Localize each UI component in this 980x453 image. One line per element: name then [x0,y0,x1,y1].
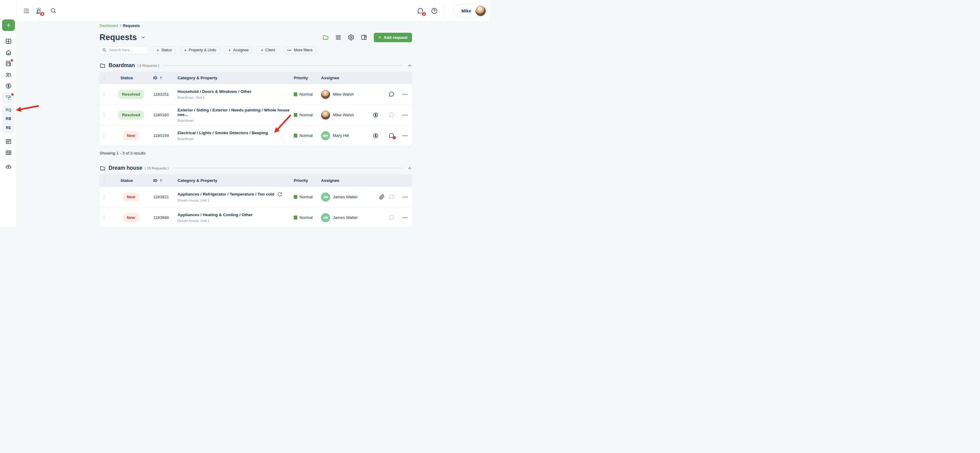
user-name: Mike [461,8,471,13]
money-icon[interactable] [366,112,385,118]
breadcrumb-dashboard-link[interactable]: Dashboard [100,24,118,28]
header-id-sort[interactable]: ID [149,76,178,80]
status-badge: New [123,193,139,202]
assignee-avatar[interactable]: JW [321,213,330,222]
messages-icon[interactable]: 2 [417,7,424,14]
group-view-folder-icon[interactable] [322,34,329,41]
table-row[interactable]: Resolved 1180160 Exterior / Siding / Ext… [100,104,412,125]
request-title[interactable]: Electrical / Lights / Smoke Detectors / … [178,131,268,135]
assignee-avatar[interactable] [321,90,330,99]
group-name[interactable]: Boardman [109,62,135,69]
alerts-badge: 4 [40,11,45,16]
priority-square [294,92,298,96]
unread-comment-dot [393,136,396,139]
payments-icon[interactable] [5,83,12,89]
sidebar-item-rb[interactable]: RB [0,116,17,121]
help-icon[interactable] [431,7,438,14]
money-icon[interactable] [366,133,385,139]
list-view-icon[interactable] [335,34,342,41]
page-title: Requests [100,33,137,42]
table-row[interactable]: New 1180159 Electrical / Lights / Smoke … [100,125,412,146]
home-icon[interactable] [5,49,12,56]
alerts-siren-icon[interactable]: 4 [35,7,42,14]
hamburger-menu-icon[interactable] [23,8,30,14]
request-property: Dream house, Unit 1 [178,199,294,202]
row-more-actions[interactable] [398,133,412,139]
sidebar-item-re[interactable]: RE [0,126,17,130]
search-icon[interactable] [50,8,57,14]
title-chevron-down-icon[interactable] [140,35,146,40]
row-more-actions[interactable] [398,112,412,118]
header-category: Category & Property [178,178,294,183]
table-row[interactable]: New 1183821 Appliances / Refrigerator / … [100,187,412,207]
assignee-avatar[interactable]: JW [321,193,330,202]
notification-dot [11,59,13,62]
request-title[interactable]: Household / Doors & Windows / Other [178,89,251,94]
row-checkbox[interactable] [104,112,104,118]
user-menu[interactable]: Mike [453,5,488,17]
filter-chip-client[interactable]: + Client [257,46,278,54]
assignee-avatar[interactable] [321,110,330,120]
collapse-chevron-up-icon[interactable] [407,63,412,68]
requests-table-dream-house: Status ID Category & Property Priority A… [100,174,412,226]
collapse-chevron-up-icon[interactable] [407,166,412,171]
filter-chip-status[interactable]: + Status [153,46,176,54]
row-more-actions[interactable] [398,194,412,200]
assignee-name: James Walter [333,215,358,220]
row-more-actions[interactable] [398,215,412,221]
sidebar: RQ RB RE [0,0,17,226]
sort-ascending-arrow-icon [159,76,163,80]
article-icon[interactable] [5,149,12,156]
plus-icon: + [184,48,186,53]
dashboard-icon[interactable] [5,38,12,45]
sidebar-item-rq[interactable]: RQ [0,108,17,112]
messages-badge: 2 [421,11,426,16]
request-title[interactable]: Exterior / Siding / Exterior / Needs pai… [178,108,294,117]
add-request-button[interactable]: + Add request [374,33,412,42]
news-icon[interactable] [5,60,12,67]
people-icon[interactable] [5,72,12,78]
plus-icon: + [379,35,381,40]
search-input[interactable] [108,48,142,53]
plus-icon: + [157,48,159,53]
comments-icon[interactable] [388,91,395,97]
row-more-actions[interactable] [398,91,412,97]
comments-icon[interactable] [388,194,395,200]
request-title[interactable]: Appliances / Refrigerator / Temperature … [178,192,274,196]
select-all-checkbox[interactable] [104,178,104,183]
row-checkbox[interactable] [104,194,104,200]
breadcrumb-separator: / [120,24,121,28]
report-icon[interactable] [5,138,12,145]
filter-chip-assignee[interactable]: + Assignee [225,46,253,54]
cloud-download-icon[interactable] [5,163,12,170]
select-all-checkbox[interactable] [104,75,104,80]
attachment-paperclip-icon[interactable] [366,194,385,200]
settings-gear-icon[interactable] [348,34,355,41]
assignee-name: Mary Hill [333,133,349,138]
table-row[interactable]: New 1183688 Appliances / Heating & Cooli… [100,207,412,226]
group-name[interactable]: Dream house [109,165,142,171]
more-filters-chip[interactable]: ••• More filters [284,46,316,54]
comments-icon[interactable] [388,112,395,118]
sidebar-add-button[interactable] [2,19,15,31]
board-columns-icon[interactable] [360,34,367,41]
header-id-sort[interactable]: ID [149,178,178,183]
assignee-avatar[interactable]: MH [321,131,330,140]
breadcrumb-current: Requests [123,24,140,28]
row-checkbox[interactable] [104,91,104,97]
priority-label: Normal [299,195,313,199]
row-checkbox[interactable] [104,215,104,220]
requests-table-boardman: Status ID Category & Property Priority A… [100,72,412,146]
paint-roller-icon[interactable] [5,94,12,101]
comments-icon[interactable] [388,214,395,221]
table-row[interactable]: Resolved 1183251 Household / Doors & Win… [100,84,412,104]
row-checkbox[interactable] [104,133,104,139]
comments-icon[interactable] [388,132,395,139]
header-status: Status [113,76,149,80]
search-box [100,46,148,54]
filter-chip-property-units[interactable]: + Property & Units [181,46,220,54]
request-title[interactable]: Appliances / Heating & Cooling / Other [178,212,253,217]
request-property: Boardman, Unit 1 [178,96,294,99]
priority-label: Normal [299,92,313,97]
request-property: Boardman [178,137,294,140]
